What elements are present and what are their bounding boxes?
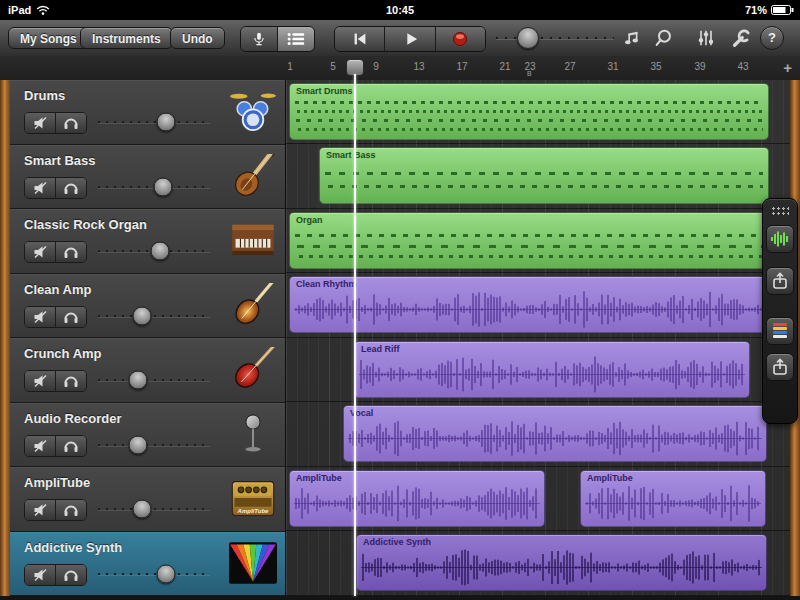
rainbow-synth-icon[interactable] <box>227 540 279 586</box>
master-volume-slider[interactable] <box>494 25 616 51</box>
solo-button[interactable] <box>55 307 86 327</box>
region-label: Clean Rhythm <box>296 279 357 289</box>
palette-tool-button[interactable] <box>766 317 794 345</box>
mute-button[interactable] <box>25 371 55 391</box>
record-button[interactable] <box>435 27 485 51</box>
track-header-audio-recorder[interactable]: Audio Recorder <box>10 403 285 468</box>
track-volume-slider[interactable] <box>96 372 212 388</box>
region-organ[interactable]: Organ <box>289 212 769 269</box>
mute-speaker-icon <box>33 439 48 453</box>
track-volume-slider[interactable] <box>96 501 212 517</box>
track-header-smart-bass[interactable]: Smart Bass <box>10 145 285 210</box>
solo-button[interactable] <box>55 565 86 585</box>
rewind-button[interactable] <box>335 27 384 51</box>
track-header-clean-amp[interactable]: Clean Amp <box>10 274 285 339</box>
master-volume-knob[interactable] <box>517 27 539 49</box>
mute-button[interactable] <box>25 178 55 198</box>
audio-waveform-tool-button[interactable] <box>766 225 794 253</box>
volume-knob[interactable] <box>156 113 175 132</box>
region-vocal[interactable]: Vocal <box>343 405 767 462</box>
track-name: Smart Bass <box>24 153 96 168</box>
grip-icon[interactable] <box>771 206 789 217</box>
volume-knob[interactable] <box>128 435 147 454</box>
measure-label: 43 <box>737 61 748 72</box>
undo-button[interactable]: Undo <box>170 27 225 49</box>
loops-button[interactable] <box>620 27 644 49</box>
mute-button[interactable] <box>25 242 55 262</box>
drum-kit-icon[interactable] <box>227 88 279 134</box>
track-volume-slider[interactable] <box>96 566 212 582</box>
track-volume-slider[interactable] <box>96 179 212 195</box>
track-header-crunch-amp[interactable]: Crunch Amp <box>10 338 285 403</box>
volume-knob[interactable] <box>128 371 147 390</box>
mute-speaker-icon <box>33 568 48 582</box>
mute-button[interactable] <box>25 113 55 133</box>
settings-button[interactable] <box>728 27 752 49</box>
electric-guitar-icon[interactable] <box>227 282 279 328</box>
track-headers-view-button[interactable] <box>277 27 314 51</box>
solo-button[interactable] <box>55 371 86 391</box>
rewind-icon <box>350 30 370 48</box>
region-label: Addictive Synth <box>363 537 431 547</box>
track-header-classic-rock-organ[interactable]: Classic Rock Organ <box>10 209 285 274</box>
volume-knob[interactable] <box>150 242 169 261</box>
microphone-view-button[interactable] <box>241 27 277 51</box>
region-smart-drums[interactable]: Smart Drums <box>289 83 769 140</box>
share-tool-button-2[interactable] <box>766 353 794 381</box>
play-button[interactable] <box>384 27 434 51</box>
add-measures-button[interactable]: + <box>783 59 792 76</box>
region-smart-bass[interactable]: Smart Bass <box>319 147 769 204</box>
mute-button[interactable] <box>25 436 55 456</box>
bass-guitar-icon[interactable] <box>227 153 279 199</box>
mute-button[interactable] <box>25 307 55 327</box>
track-header-column: Drums <box>10 80 285 596</box>
mute-button[interactable] <box>25 565 55 585</box>
help-button[interactable]: ? <box>760 26 784 50</box>
my-songs-button[interactable]: My Songs <box>8 27 89 49</box>
region-addictive-synth[interactable]: Addictive Synth <box>356 534 767 591</box>
track-volume-slider[interactable] <box>96 308 212 324</box>
instruments-button[interactable]: Instruments <box>80 27 173 49</box>
track-volume-slider[interactable] <box>96 114 212 130</box>
track-header-addictive-synth[interactable]: Addictive Synth <box>10 532 285 597</box>
track-volume-slider[interactable] <box>96 243 212 259</box>
wood-trim-left <box>0 80 10 596</box>
red-guitar-icon[interactable] <box>227 346 279 392</box>
note-icon <box>622 28 642 48</box>
volume-knob[interactable] <box>133 306 152 325</box>
solo-button[interactable] <box>55 113 86 133</box>
solo-button[interactable] <box>55 242 86 262</box>
track-header-amplitube[interactable]: AmpliTube <box>10 467 285 532</box>
track-volume-slider[interactable] <box>96 437 212 453</box>
solo-button[interactable] <box>55 436 86 456</box>
headphones-icon <box>63 116 79 130</box>
studio-mic-icon[interactable] <box>227 411 279 457</box>
volume-knob[interactable] <box>133 500 152 519</box>
timeline-ruler[interactable]: 1 5 9 13 17 21 23 27 31 35 39 43 B + <box>0 56 800 81</box>
volume-knob[interactable] <box>156 564 175 583</box>
organ-icon[interactable] <box>227 217 279 263</box>
region-amplitube-2[interactable]: AmpliTube <box>580 470 766 527</box>
region-amplitube-1[interactable]: AmpliTube <box>289 470 545 527</box>
green-waveform-icon <box>770 230 790 248</box>
mixer-button[interactable] <box>694 27 718 49</box>
region-clean-rhythm[interactable]: Clean Rhythm <box>289 276 769 333</box>
solo-button[interactable] <box>55 178 86 198</box>
garageband-app: iPad 10:45 71% My Songs Instruments Undo <box>0 0 800 600</box>
headphones-icon <box>63 439 79 453</box>
jam-button[interactable] <box>652 27 676 49</box>
timeline[interactable]: Smart Drums Smart Bass Organ Clean Rhyth… <box>285 80 790 596</box>
track-header-drums[interactable]: Drums <box>10 80 285 145</box>
share-tool-button[interactable] <box>766 267 794 295</box>
palette-icon <box>772 322 788 340</box>
loop-icon <box>654 28 674 48</box>
region-label: Smart Drums <box>296 86 353 96</box>
track-name: Classic Rock Organ <box>24 217 147 232</box>
solo-button[interactable] <box>55 500 86 520</box>
mute-button[interactable] <box>25 500 55 520</box>
slider-track <box>496 37 614 39</box>
region-lead-riff[interactable]: Lead Riff <box>354 341 750 398</box>
mute-speaker-icon <box>33 374 48 388</box>
volume-knob[interactable] <box>154 177 173 196</box>
amp-icon[interactable]: AmpliTube <box>227 475 279 521</box>
